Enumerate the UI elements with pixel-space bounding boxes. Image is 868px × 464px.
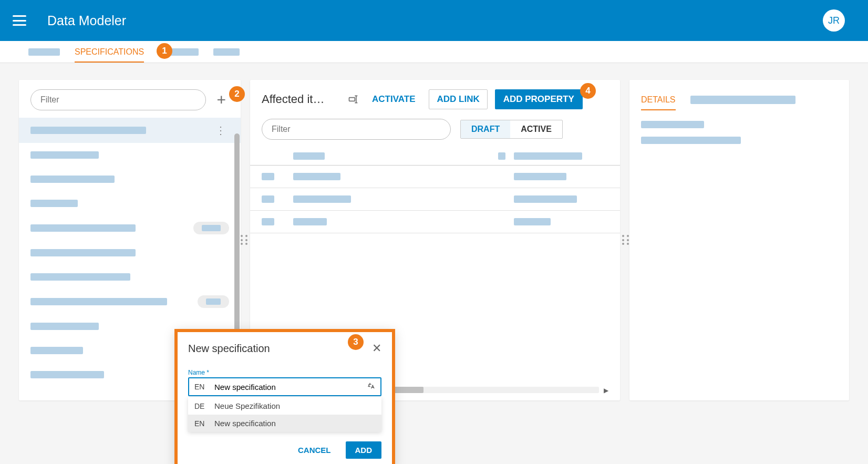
detail-row [641, 137, 741, 144]
hamburger-icon[interactable] [13, 15, 26, 26]
new-spec-dialog: New specification ✕ Name * EN DE Neue Sp… [174, 329, 395, 464]
list-item[interactable] [19, 167, 241, 191]
add-button[interactable]: ADD [346, 441, 382, 459]
add-property-button[interactable]: ADD PROPERTY [495, 89, 583, 109]
tab-item[interactable] [213, 48, 240, 56]
workspace: + ⋮ [0, 63, 868, 464]
table-header [250, 147, 620, 166]
table-row[interactable] [250, 166, 620, 188]
svg-rect-0 [349, 98, 355, 101]
name-input[interactable] [214, 383, 361, 391]
rename-icon[interactable] [348, 94, 358, 105]
badge [198, 295, 229, 308]
list-item[interactable] [19, 265, 241, 289]
status-toggle: DRAFT ACTIVE [460, 120, 563, 139]
tab-details[interactable]: DETAILS [641, 89, 676, 110]
filter-input[interactable] [40, 95, 196, 105]
lang-dropdown: DE Neue Spezifikation EN New specificati… [188, 397, 381, 432]
badge [193, 222, 229, 234]
drag-handle-icon[interactable] [622, 235, 629, 245]
callout-4: 4 [580, 83, 596, 99]
list-item[interactable] [19, 289, 241, 314]
panel-title: Affected it… [262, 92, 340, 106]
filter-input-wrapper [30, 89, 206, 110]
app-title: Data Modeler [47, 13, 126, 28]
tab-item[interactable] [690, 96, 795, 104]
tab-item[interactable] [28, 48, 60, 56]
callout-2: 2 [229, 86, 245, 102]
table-row[interactable] [250, 188, 620, 211]
list-item[interactable] [19, 241, 241, 265]
drag-handle-icon[interactable] [241, 235, 248, 245]
app-header: Data Modeler JR [0, 0, 868, 41]
list-item[interactable] [19, 191, 241, 215]
name-field-label: Name * [188, 369, 381, 376]
callout-3: 3 [348, 334, 364, 350]
translate-icon[interactable] [367, 381, 375, 392]
lang-tag: EN [194, 383, 209, 391]
tab-bar: SPECIFICATIONS [0, 41, 868, 63]
tab-specifications[interactable]: SPECIFICATIONS [75, 42, 144, 63]
detail-row [641, 121, 704, 128]
name-input-wrapper: EN [188, 377, 381, 396]
filter-input[interactable] [272, 125, 441, 134]
avatar[interactable]: JR [823, 9, 845, 32]
add-link-button[interactable]: ADD LINK [429, 89, 487, 109]
active-toggle[interactable]: ACTIVE [510, 120, 562, 138]
dropdown-option[interactable]: EN New specification [188, 415, 381, 432]
table-row[interactable] [250, 211, 620, 233]
draft-toggle[interactable]: DRAFT [461, 120, 510, 138]
list-item[interactable] [19, 215, 241, 241]
activate-button[interactable]: ACTIVATE [366, 90, 421, 109]
dropdown-option[interactable]: DE Neue Spezifikation [188, 397, 381, 415]
scroll-right-icon[interactable]: ▶ [604, 387, 608, 394]
cancel-button[interactable]: CANCEL [291, 441, 338, 459]
panel-details: DETAILS [629, 80, 849, 400]
add-spec-button[interactable]: + [213, 91, 229, 109]
callout-1: 1 [157, 43, 172, 59]
list-item[interactable] [19, 143, 241, 167]
filter-input-wrapper [262, 119, 451, 140]
dialog-title: New specification [188, 343, 270, 355]
close-icon[interactable]: ✕ [372, 342, 381, 355]
list-item[interactable]: ⋮ [19, 118, 241, 143]
kebab-icon[interactable]: ⋮ [212, 124, 229, 137]
